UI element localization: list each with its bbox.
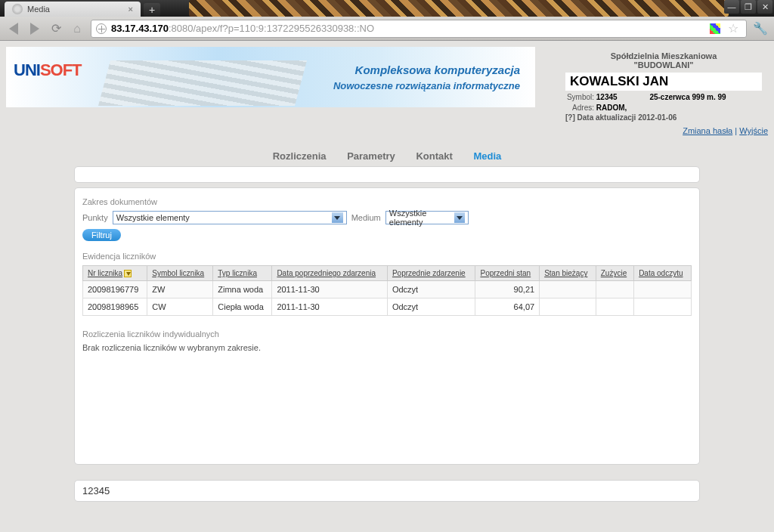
cell-pop_stan: 64,07: [475, 298, 540, 316]
col-zuzycie[interactable]: Zużycie: [596, 266, 633, 281]
titlebar-texture: [189, 0, 729, 17]
triangle-right-icon: [30, 23, 39, 35]
cell-typ: Zimna woda: [213, 281, 272, 298]
cell-data_pop: 2011-11-30: [272, 281, 388, 298]
cell-pop_zdarz: Odczyt: [387, 281, 475, 298]
browser-tab-active[interactable]: Media ×: [5, 2, 141, 17]
top-links: Zmiana hasła | Wyjście: [6, 126, 768, 135]
filter-button[interactable]: Filtruj: [82, 229, 121, 241]
cell-zuzycie: [596, 298, 633, 316]
globe-icon: [96, 23, 107, 34]
minimize-button[interactable]: —: [724, 0, 739, 14]
url-bar[interactable]: 83.17.43.170:8080/apex/f?p=110:9:1372295…: [91, 20, 747, 38]
nav-rozliczenia[interactable]: Rozliczenia: [273, 150, 327, 162]
cell-sym: ZW: [147, 281, 213, 298]
nav-parametry[interactable]: Parametry: [347, 150, 395, 162]
close-icon[interactable]: ×: [128, 5, 133, 14]
home-button[interactable]: ⌂: [70, 21, 85, 36]
main-panel: Zakres dokumentów Punkty Wszystkie eleme…: [74, 187, 700, 465]
punkty-label: Punkty: [82, 213, 108, 222]
window-titlebar: Media × + — ❐ ✕: [0, 0, 774, 17]
reload-button[interactable]: ⟳: [48, 21, 63, 36]
tab-title: Media: [27, 5, 50, 14]
url-text: 83.17.43.170:8080/apex/f?p=110:9:1372295…: [111, 23, 374, 34]
coop-name-2: "BUDOWLANI": [565, 60, 762, 70]
bookmark-star-icon[interactable]: ☆: [728, 21, 738, 36]
meters-section-title: Ewidencja liczników: [82, 252, 692, 261]
cell-nr: 20098198965: [83, 298, 147, 316]
forward-button[interactable]: [27, 21, 42, 36]
sort-desc-icon: [124, 270, 132, 277]
cell-data_pop: 2011-11-30: [272, 298, 388, 316]
medium-select[interactable]: Wszystkie elementy: [385, 211, 469, 224]
col-data-odcz[interactable]: Data odczytu: [634, 266, 692, 281]
col-symbol[interactable]: Symbol licznika: [147, 266, 213, 281]
coop-name-1: Spółdzielnia Mieszkaniowa: [565, 51, 762, 60]
medium-value: Wszystkie elementy: [389, 209, 455, 227]
medium-label: Medium: [351, 213, 381, 222]
close-window-button[interactable]: ✕: [757, 0, 772, 14]
user-info: Spółdzielnia Mieszkaniowa "BUDOWLANI" KO…: [535, 47, 768, 122]
meters-table: Nr licznika Symbol licznika Typ licznika…: [82, 265, 692, 316]
banner-line1: Kompleksowa komputeryzacja: [355, 63, 520, 76]
symbol-value: 12345: [596, 93, 618, 101]
cell-stan_biez[interactable]: [540, 281, 596, 298]
header-banner: UNISOFT Kompleksowa komputeryzacja Nowoc…: [6, 47, 535, 107]
logout-link[interactable]: Wyjście: [739, 126, 768, 135]
address-label: Adres:: [565, 104, 594, 112]
update-label: [?] Data aktualizacji: [565, 113, 636, 122]
cell-stan_biez[interactable]: [540, 298, 596, 316]
logo: UNISOFT: [14, 60, 82, 80]
page-body: UNISOFT Kompleksowa komputeryzacja Nowoc…: [0, 41, 774, 524]
settings-wrench-icon[interactable]: 🔧: [753, 21, 768, 36]
col-pop-zdarz[interactable]: Poprzednie zdarzenie: [387, 266, 475, 281]
no-settlements-msg: Brak rozliczenia liczników w wybranym za…: [82, 343, 692, 352]
symbol-label: Symbol:: [565, 93, 594, 101]
user-name: KOWALSKI JAN: [565, 73, 762, 91]
change-password-link[interactable]: Zmiana hasła: [683, 126, 732, 135]
table-row: 20098196779ZWZimna woda2011-11-30Odczyt9…: [83, 281, 692, 298]
settlements-section-title: Rozliczenia liczników indywidualnych: [82, 329, 692, 339]
update-value: 2012-01-06: [638, 113, 676, 122]
nav-kontakt[interactable]: Kontakt: [416, 150, 452, 162]
punkty-select[interactable]: Wszystkie elementy: [113, 211, 347, 224]
browser-toolbar: ⟳ ⌂ 83.17.43.170:8080/apex/f?p=110:9:137…: [0, 17, 774, 41]
cell-typ: Ciepła woda: [213, 298, 272, 316]
favicon-icon: [12, 4, 23, 14]
col-typ[interactable]: Typ licznika: [213, 266, 272, 281]
cell-pop_stan: 90,21: [475, 281, 540, 298]
col-stan-biez[interactable]: Stan bieżący: [540, 266, 596, 281]
address-line2: 25-czerwca 999 m. 99: [649, 93, 726, 101]
table-row: 20098198965CWCiepła woda2011-11-30Odczyt…: [83, 298, 692, 316]
col-nr[interactable]: Nr licznika: [83, 266, 147, 281]
main-nav: Rozliczenia Parametry Kontakt Media: [6, 150, 768, 162]
triangle-left-icon: [9, 23, 18, 35]
cell-pop_zdarz: Odczyt: [387, 298, 475, 316]
new-tab-button[interactable]: +: [144, 3, 160, 17]
cell-data_odcz[interactable]: [634, 281, 692, 298]
cell-data_odcz[interactable]: [634, 298, 692, 316]
filter-section-title: Zakres dokumentów: [82, 197, 692, 206]
maximize-button[interactable]: ❐: [741, 0, 756, 14]
keyboard-graphic: [98, 60, 307, 106]
footer-text: 12345: [82, 485, 110, 496]
breadcrumb-panel: [74, 166, 700, 183]
cell-sym: CW: [147, 298, 213, 316]
chevron-down-icon: [332, 212, 343, 223]
nav-media[interactable]: Media: [473, 150, 501, 162]
footer-panel: 12345: [74, 480, 700, 502]
col-data-pop[interactable]: Data poprzedniego zdarzenia: [272, 266, 388, 281]
chevron-down-icon: [454, 212, 464, 223]
address-line1: RADOM,: [596, 104, 627, 112]
banner-line2: Nowoczesne rozwiązania informatyczne: [333, 80, 520, 91]
cell-zuzycie: [596, 281, 633, 298]
cell-nr: 20098196779: [83, 281, 147, 298]
col-pop-stan[interactable]: Poprzedni stan: [475, 266, 540, 281]
punkty-value: Wszystkie elementy: [116, 213, 190, 222]
back-button[interactable]: [6, 21, 21, 36]
apps-icon[interactable]: [710, 23, 720, 34]
